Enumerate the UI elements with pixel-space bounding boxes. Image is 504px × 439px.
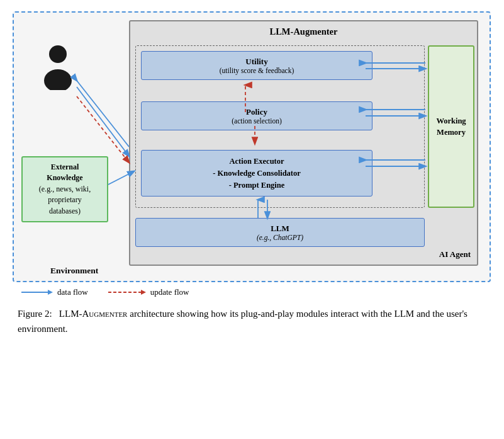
data-flow-arrow xyxy=(21,287,53,297)
policy-box: Policy (action selection) xyxy=(141,101,372,130)
inner-dashed-box: Utility (utility score & feedback) Polic… xyxy=(135,45,425,208)
svg-marker-17 xyxy=(48,290,53,295)
llm-box: LLM (e.g., ChatGPT) xyxy=(135,218,425,247)
caption-figure-num: Figure 2: xyxy=(18,309,52,319)
llm-augmenter-box: LLM-Augmenter Utility (utility score & f… xyxy=(129,20,478,266)
external-knowledge-subtitle: (e.g., news, wiki,proprietarydatabases) xyxy=(28,184,102,217)
caption-text: LLM-Augmenter architecture showing how i… xyxy=(18,309,468,334)
action-executor-title: Action Executor- Knowledge Consolidator-… xyxy=(144,156,369,191)
update-flow-label: update flow xyxy=(150,287,189,297)
data-flow-legend: data flow xyxy=(21,287,88,297)
main-container: Environment ExternalKnowledge (e.g., new… xyxy=(0,0,504,345)
person-icon xyxy=(39,43,77,93)
working-memory-box: Working Memory xyxy=(428,45,474,208)
svg-point-0 xyxy=(49,45,67,63)
working-memory-label: Working Memory xyxy=(429,115,473,138)
external-knowledge-box: ExternalKnowledge (e.g., news, wiki,prop… xyxy=(21,156,108,222)
svg-marker-19 xyxy=(141,290,146,295)
llm-subtitle: (e.g., ChatGPT) xyxy=(138,234,422,241)
diagram-wrapper: Environment ExternalKnowledge (e.g., new… xyxy=(13,11,491,282)
llm-augmenter-title: LLM-Augmenter xyxy=(130,21,477,37)
ai-agent-label: AI Agent xyxy=(439,249,471,259)
policy-title: Policy xyxy=(144,107,369,117)
llm-title: LLM xyxy=(138,224,422,234)
data-flow-label: data flow xyxy=(57,287,88,297)
person-svg xyxy=(39,43,77,90)
update-flow-legend: update flow xyxy=(108,287,189,297)
policy-subtitle: (action selection) xyxy=(144,117,369,125)
legend: data flow update flow xyxy=(21,287,491,297)
utility-subtitle: (utility score & feedback) xyxy=(144,67,369,74)
caption: Figure 2: LLM-Augmenter architecture sho… xyxy=(13,306,491,336)
external-knowledge-title: ExternalKnowledge xyxy=(28,162,102,184)
environment-label: Environment xyxy=(50,266,98,276)
utility-box: Utility (utility score & feedback) xyxy=(141,51,372,80)
svg-point-1 xyxy=(44,69,72,90)
utility-title: Utility xyxy=(144,57,369,67)
update-flow-arrow xyxy=(108,287,146,297)
action-executor-box: Action Executor- Knowledge Consolidator-… xyxy=(141,150,372,197)
